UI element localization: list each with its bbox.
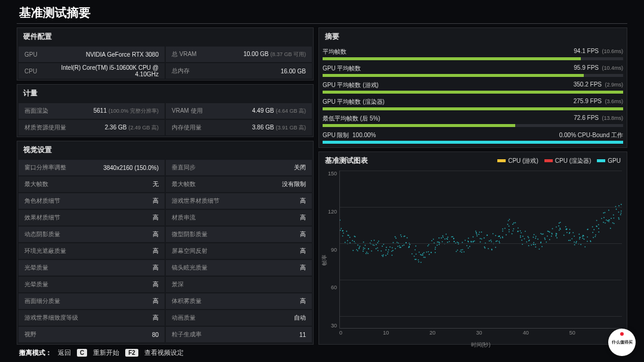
svg-point-146 [451, 236, 453, 237]
svg-point-141 [449, 241, 450, 242]
svg-point-311 [580, 237, 581, 238]
svg-point-83 [402, 245, 403, 246]
svg-point-261 [541, 234, 543, 235]
svg-point-332 [598, 231, 599, 233]
svg-point-336 [596, 226, 597, 227]
key-f2: F2 [125, 349, 138, 357]
row-label: 环境光遮蔽质量 [24, 247, 66, 255]
svg-point-210 [499, 236, 500, 237]
svg-point-195 [491, 241, 492, 242]
svg-point-224 [515, 222, 516, 224]
svg-point-358 [618, 219, 620, 220]
svg-point-223 [509, 231, 510, 233]
video-settings-button[interactable]: 查看视频设定 [144, 348, 184, 357]
chart-xlabel: 时间(秒) [339, 341, 622, 349]
svg-point-338 [605, 212, 606, 214]
svg-point-155 [457, 249, 458, 250]
restart-button[interactable]: 重新开始 [93, 348, 119, 357]
svg-point-225 [513, 222, 515, 224]
svg-point-161 [462, 249, 463, 250]
svg-point-217 [502, 231, 503, 232]
svg-point-130 [436, 245, 438, 246]
row-value: 高 [300, 264, 306, 272]
svg-point-115 [423, 256, 425, 258]
row-label: 内存使用量 [172, 123, 202, 132]
row-label: 角色材质细节 [24, 197, 60, 205]
svg-point-29 [357, 250, 358, 252]
svg-point-196 [488, 248, 489, 249]
svg-point-19 [347, 240, 348, 242]
summary-panel: 摘要 平均帧数94.1 FPS (10.6ms)GPU 平均帧数95.9 FPS… [318, 27, 627, 148]
svg-point-360 [618, 212, 620, 213]
svg-point-42 [366, 253, 367, 254]
svg-point-328 [593, 229, 595, 230]
svg-point-66 [387, 253, 388, 255]
table-row: 微型阴影质量高 [166, 227, 312, 242]
svg-point-12 [343, 233, 344, 234]
svg-point-69 [392, 255, 393, 256]
svg-point-32 [363, 242, 364, 243]
svg-point-50 [376, 244, 377, 245]
row-value: 没有限制 [282, 180, 306, 188]
row-value: 高 [300, 197, 306, 205]
svg-point-18 [348, 235, 349, 236]
table-row: 镜头眩光质量高 [166, 260, 312, 276]
svg-point-131 [439, 244, 440, 245]
svg-point-71 [389, 246, 391, 247]
row-value: 高 [300, 297, 306, 305]
svg-point-74 [395, 236, 396, 237]
svg-point-291 [566, 232, 568, 233]
svg-point-120 [428, 245, 429, 246]
svg-point-117 [431, 252, 432, 253]
svg-point-84 [401, 236, 402, 237]
legend-item: CPU (渲染器) [544, 157, 592, 165]
svg-point-353 [611, 218, 612, 219]
visual-header: 视觉设置 [17, 141, 313, 159]
table-row: 材质资源使用量2.36 GB(2.49 GB 高) [18, 120, 165, 135]
svg-point-134 [444, 239, 445, 240]
svg-point-36 [363, 249, 364, 250]
svg-point-354 [614, 223, 615, 224]
svg-point-186 [480, 242, 481, 243]
svg-point-342 [605, 222, 606, 224]
row-label: 光晕质量 [24, 280, 48, 289]
svg-point-51 [378, 241, 379, 242]
svg-point-274 [549, 231, 550, 233]
row-value: 16.00 GB [281, 68, 306, 75]
svg-point-122 [435, 249, 436, 250]
svg-point-305 [574, 244, 575, 245]
svg-point-108 [420, 262, 422, 263]
svg-point-88 [404, 245, 405, 246]
svg-point-246 [528, 240, 530, 242]
svg-point-219 [507, 224, 509, 225]
svg-point-365 [621, 211, 622, 212]
svg-point-302 [572, 232, 574, 233]
row-label: 屏幕空间反射 [172, 247, 208, 255]
exit-mode-label[interactable]: 撤离模式： [19, 348, 52, 357]
hardware-header: 硬件配置 [17, 28, 313, 45]
back-button[interactable]: 返回 [58, 348, 71, 357]
svg-point-362 [620, 214, 621, 215]
svg-point-279 [556, 237, 558, 239]
svg-point-47 [374, 240, 375, 241]
svg-point-136 [442, 237, 444, 238]
svg-point-127 [433, 239, 434, 240]
visual-panel: 视觉设置 窗口分辨率调整3840x2160 (150.0%)垂直同步关闭最大帧数… [17, 141, 314, 345]
svg-point-214 [502, 237, 503, 239]
svg-point-216 [504, 228, 506, 229]
svg-point-333 [596, 220, 597, 221]
svg-point-317 [582, 236, 583, 237]
svg-point-280 [556, 233, 557, 234]
table-row: 最大帧数无 [18, 177, 165, 192]
row-label: 体积雾质量 [172, 297, 202, 305]
svg-point-52 [377, 250, 379, 251]
svg-point-44 [371, 250, 372, 252]
table-row: VRAM 使用4.49 GB(4.64 GB 高) [166, 103, 312, 119]
svg-point-344 [606, 219, 607, 221]
svg-point-11 [346, 231, 347, 232]
svg-point-176 [474, 240, 475, 242]
svg-point-80 [400, 234, 401, 236]
svg-point-110 [422, 253, 423, 255]
row-value: 3.86 GB(3.91 GB 高) [252, 124, 306, 132]
svg-point-158 [463, 251, 465, 252]
